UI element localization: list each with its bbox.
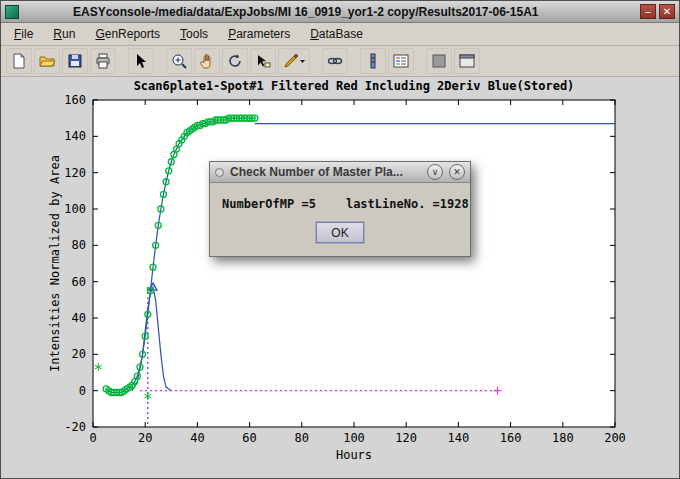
brush-icon — [282, 52, 306, 70]
menubar: File Run GenReports Tools Parameters Dat… — [1, 23, 679, 46]
insert-legend-button[interactable] — [388, 48, 414, 74]
menu-run[interactable]: Run — [44, 24, 84, 44]
brush-button[interactable] — [278, 48, 310, 74]
insert-legend-icon — [392, 52, 410, 70]
dialog-shade-button[interactable]: ∨ — [427, 164, 443, 180]
dialog-close-button[interactable]: ✕ — [449, 164, 465, 180]
svg-text:140: 140 — [448, 431, 470, 445]
dialog-message-lastlineno: lastLineNo. =1928 — [346, 197, 469, 211]
svg-text:Intensities Normalized by Area: Intensities Normalized by Area — [48, 155, 62, 372]
show-plot-tools-icon — [458, 52, 476, 70]
svg-text:40: 40 — [72, 311, 86, 325]
plot-canvas[interactable]: 020406080100120140160180200-200204060801… — [1, 77, 679, 477]
dialog-titlebar[interactable]: Check Number of Master Pla... ∨ ✕ — [210, 162, 470, 183]
zoom-in-icon — [170, 52, 188, 70]
insert-colorbar-button[interactable] — [360, 48, 386, 74]
svg-text:80: 80 — [295, 431, 309, 445]
save-button[interactable] — [62, 48, 88, 74]
minimize-button[interactable]: – — [640, 4, 656, 19]
dialog-body: NumberOfMP =5 lastLineNo. =1928 OK — [210, 183, 470, 256]
link-plots-icon — [326, 52, 344, 70]
svg-text:40: 40 — [190, 431, 204, 445]
new-document-icon — [10, 52, 28, 70]
dialog-icon — [215, 168, 224, 177]
pan-hand-icon — [198, 52, 216, 70]
figure-area: 020406080100120140160180200-200204060801… — [1, 77, 679, 478]
zoom-in-button[interactable] — [166, 48, 192, 74]
svg-text:100: 100 — [343, 431, 365, 445]
insert-colorbar-icon — [364, 52, 382, 70]
edit-plot-button[interactable] — [128, 48, 154, 74]
svg-text:-20: -20 — [64, 420, 86, 434]
svg-text:160: 160 — [500, 431, 522, 445]
data-cursor-icon — [254, 52, 272, 70]
menu-tools[interactable]: Tools — [171, 24, 217, 44]
rotate-3d-button[interactable] — [222, 48, 248, 74]
link-plots-button[interactable] — [322, 48, 348, 74]
toolbar — [1, 46, 679, 77]
app-icon — [5, 5, 19, 19]
toolbar-separator — [416, 50, 424, 72]
svg-text:180: 180 — [552, 431, 574, 445]
svg-text:Scan6plate1-Spot#1 Filtered Re: Scan6plate1-Spot#1 Filtered Red Includin… — [134, 79, 575, 93]
edit-plot-arrow-icon — [132, 52, 150, 70]
svg-text:80: 80 — [72, 238, 86, 252]
svg-text:60: 60 — [72, 275, 86, 289]
svg-text:160: 160 — [64, 93, 86, 107]
svg-text:20: 20 — [72, 347, 86, 361]
window-title: EASYconsole-/media/data/ExpJobs/MI 16_09… — [25, 5, 634, 19]
svg-text:Hours: Hours — [336, 448, 372, 462]
hide-plot-tools-icon — [430, 52, 448, 70]
print-button[interactable] — [90, 48, 116, 74]
svg-text:0: 0 — [89, 431, 96, 445]
menu-parameters[interactable]: Parameters — [219, 24, 299, 44]
ok-button[interactable]: OK — [316, 222, 364, 243]
svg-text:120: 120 — [64, 166, 86, 180]
svg-text:0: 0 — [79, 384, 86, 398]
close-button[interactable]: ✕ — [659, 4, 675, 19]
dialog-message: NumberOfMP =5 lastLineNo. =1928 — [210, 183, 470, 211]
print-icon — [94, 52, 112, 70]
svg-text:200: 200 — [604, 431, 626, 445]
window-controls: – ✕ — [640, 4, 675, 19]
svg-text:100: 100 — [64, 202, 86, 216]
show-plot-tools-button[interactable] — [454, 48, 480, 74]
hide-plot-tools-button[interactable] — [426, 48, 452, 74]
titlebar[interactable]: EASYconsole-/media/data/ExpJobs/MI 16_09… — [1, 1, 679, 23]
pan-button[interactable] — [194, 48, 220, 74]
toolbar-separator — [350, 50, 358, 72]
menu-file[interactable]: File — [5, 24, 42, 44]
svg-text:20: 20 — [138, 431, 152, 445]
data-cursor-button[interactable] — [250, 48, 276, 74]
svg-text:140: 140 — [64, 129, 86, 143]
rotate-3d-icon — [226, 52, 244, 70]
dialog-title: Check Number of Master Pla... — [230, 165, 421, 179]
toolbar-separator — [118, 50, 126, 72]
toolbar-separator — [156, 50, 164, 72]
save-icon — [66, 52, 84, 70]
app-window: EASYconsole-/media/data/ExpJobs/MI 16_09… — [0, 0, 680, 479]
svg-text:60: 60 — [242, 431, 256, 445]
open-folder-icon — [38, 52, 56, 70]
svg-text:120: 120 — [395, 431, 417, 445]
open-folder-button[interactable] — [34, 48, 60, 74]
new-document-button[interactable] — [6, 48, 32, 74]
dialog-message-numberofmp: NumberOfMP =5 — [222, 197, 316, 211]
check-number-dialog: Check Number of Master Pla... ∨ ✕ Number… — [209, 161, 471, 257]
menu-genreports[interactable]: GenReports — [86, 24, 169, 44]
menu-database[interactable]: DataBase — [301, 24, 372, 44]
toolbar-separator — [312, 50, 320, 72]
